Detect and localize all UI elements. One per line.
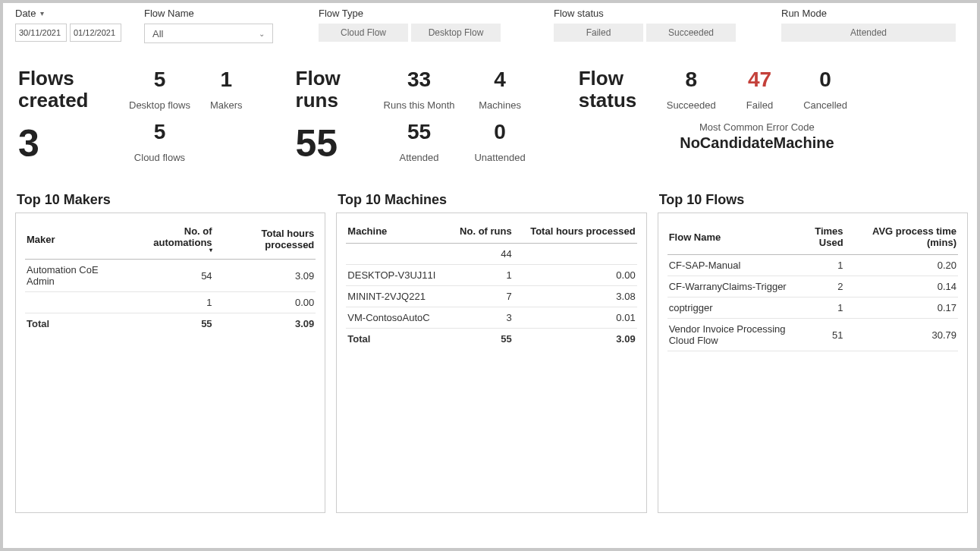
chevron-down-icon[interactable]: ▾ [40,9,44,17]
cell: 0.20 [845,255,958,276]
kpi-label: Flows [18,68,109,90]
cell: 1 [451,265,514,286]
kpi-label: created [18,90,109,112]
kpi-label: Flow [579,68,647,90]
kpi-flows-created: Flows created 3 5 Desktop flows 5 Cloud … [18,68,243,165]
table-row[interactable]: Automation CoE Admin 54 3.09 [25,260,316,292]
table-total-row: Total 55 3.09 [346,329,636,350]
run-mode-filter: Run Mode Attended [781,8,963,42]
kpi-flow-runs-value: 55 [296,123,364,165]
flows-th-avg[interactable]: AVG process time (mins) [845,221,958,255]
cell: 44 [451,244,514,265]
cell: coptrigger [667,298,789,319]
machines-card: Machine No. of runs Total hours processe… [336,213,646,513]
machines-th-runs[interactable]: No. of runs [451,221,514,244]
table-row[interactable]: coptrigger 1 0.17 [667,298,958,319]
cell: CF-SAP-Manual [667,255,789,276]
makers-th-hours[interactable]: Total hours processed [214,221,316,260]
filter-bar: Date ▾ Flow Name All ⌄ Flow Type Cloud F… [15,8,968,43]
machines-th-hours[interactable]: Total hours processed [514,221,637,244]
kpi-sublabel: Attended [399,152,438,163]
cell: 51 [789,319,845,351]
flow-status-filter: Flow status Failed Succeeded [554,8,743,42]
kpi-sublabel: Succeeded [667,99,716,111]
cell: VM-ContosoAutoC [346,307,450,329]
kpi-value: 8 [685,68,697,92]
table-row[interactable]: 44 [346,244,636,265]
table-row[interactable]: CF-WarranyClaims-Trigger 2 0.14 [667,276,958,298]
kpi-label: Flow [296,68,364,90]
machines-th-machine[interactable]: Machine [346,221,450,244]
sort-desc-icon: ▾ [126,248,212,253]
date-start-input[interactable] [15,24,67,42]
kpi-value: 0 [494,120,506,144]
table-row[interactable]: Vendor Invoice Processing Cloud Flow 51 … [667,319,958,351]
table-row[interactable]: 1 0.00 [25,292,316,313]
kpi-sublabel: Runs this Month [384,99,455,111]
makers-th-automations[interactable]: No. of automations ▾ [124,221,213,260]
table-row[interactable]: VM-ContosoAutoC 3 0.01 [346,307,636,329]
run-mode-label: Run Mode [781,8,827,19]
makers-th-maker[interactable]: Maker [25,221,124,260]
flow-status-succeeded-button[interactable]: Succeeded [646,24,736,42]
cell: 1 [789,255,845,276]
run-mode-attended-button[interactable]: Attended [781,24,956,42]
cell: 54 [124,260,213,292]
header-text: No. of automations [153,225,212,248]
flows-th-flow[interactable]: Flow Name [667,221,789,255]
date-end-input[interactable] [70,24,121,42]
flow-type-desktop-button[interactable]: Desktop Flow [411,24,501,42]
flows-title: Top 10 Flows [658,192,968,208]
cell: 0.14 [845,276,958,298]
cell: 3.09 [514,329,637,350]
kpi-cancelled: 0 Cancelled [803,68,847,111]
table-row[interactable]: CF-SAP-Manual 1 0.20 [667,255,958,276]
flows-th-times[interactable]: Times Used [789,221,845,255]
kpi-value: 0 [819,68,831,92]
kpi-flows-created-title: Flows created 3 [18,68,109,165]
cell: 3 [451,307,514,329]
kpi-value: 33 [407,68,431,92]
cell: 7 [451,286,514,307]
cell: DESKTOP-V3UJ11I [346,265,450,286]
date-filter: Date ▾ [15,8,121,42]
kpi-flow-status-title: Flow status [579,68,647,111]
flow-type-filter: Flow Type Cloud Flow Desktop Flow [319,8,508,42]
kpi-value: 5 [154,68,166,92]
kpi-runs-month-attended: 33 Runs this Month 55 Attended [384,68,455,163]
kpi-error-label: Most Common Error Code [667,121,847,133]
machines-table: Machine No. of runs Total hours processe… [346,221,636,349]
cell: 3.09 [214,260,316,292]
flow-name-label: Flow Name [144,8,194,19]
flow-status-failed-button[interactable]: Failed [554,24,643,42]
flow-type-cloud-button[interactable]: Cloud Flow [319,24,408,42]
kpi-error-value: NoCandidateMachine [667,134,847,152]
cell: Automation CoE Admin [25,260,124,292]
kpi-machines-unattended: 4 Machines 0 Unattended [474,68,525,163]
flow-name-select[interactable]: All ⌄ [144,24,273,43]
kpi-flow-runs: Flow runs 55 33 Runs this Month 55 Atten… [296,68,526,165]
cell: 2 [789,276,845,298]
table-row[interactable]: MININT-2VJQ221 7 3.08 [346,286,636,307]
kpi-desktop-cloud: 5 Desktop flows 5 Cloud flows [129,68,190,163]
kpi-value: 4 [494,68,506,92]
cell [25,292,124,313]
kpi-error-code: Most Common Error Code NoCandidateMachin… [667,121,847,152]
cell: Total [25,313,124,335]
cell: 55 [124,313,213,335]
kpi-sublabel: Failed [746,99,773,111]
makers-title: Top 10 Makers [15,192,325,208]
kpi-label: status [579,90,647,112]
cell: Total [346,329,450,350]
kpi-label: runs [296,90,364,112]
cell: 1 [124,292,213,313]
kpi-sublabel: Makers [210,99,243,111]
date-label: Date [15,8,36,19]
cell: 0.17 [845,298,958,319]
table-row[interactable]: DESKTOP-V3UJ11I 1 0.00 [346,265,636,286]
cell [514,244,637,265]
kpi-succeeded: 8 Succeeded [667,68,716,111]
flows-card: Flow Name Times Used AVG process time (m… [658,213,968,513]
makers-table: Maker No. of automations ▾ Total hours p… [25,221,316,334]
table-total-row: Total 55 3.09 [25,313,316,335]
